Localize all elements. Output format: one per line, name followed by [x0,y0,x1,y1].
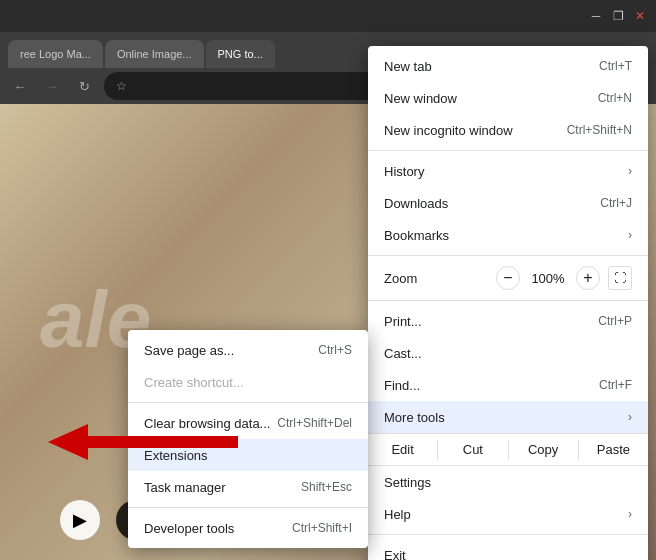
menu-new-tab[interactable]: New tab Ctrl+T [368,50,648,82]
tab-label-0: ree Logo Ma... [20,48,91,60]
menu-new-incognito-label: New incognito window [384,123,513,138]
menu-print-shortcut: Ctrl+P [598,314,632,328]
submenu-dev-tools-shortcut: Ctrl+Shift+I [292,521,352,535]
menu-new-window-shortcut: Ctrl+N [598,91,632,105]
copy-button[interactable]: Copy [509,434,578,465]
zoom-fullscreen-button[interactable]: ⛶ [608,266,632,290]
menu-cast-label: Cast... [384,346,422,361]
zoom-row: Zoom − 100% + ⛶ [368,260,648,296]
tab-0[interactable]: ree Logo Ma... [8,40,103,68]
submenu-save-page[interactable]: Save page as... Ctrl+S [128,334,368,366]
tab-2[interactable]: PNG to... [206,40,275,68]
submenu-create-shortcut-label: Create shortcut... [144,375,244,390]
menu-print[interactable]: Print... Ctrl+P [368,305,648,337]
menu-new-tab-label: New tab [384,59,432,74]
menu-print-label: Print... [384,314,422,329]
menu-bookmarks-label: Bookmarks [384,228,449,243]
menu-bookmarks-arrow: › [628,228,632,242]
address-bar[interactable]: ☆ [104,72,398,100]
tab-label-2: PNG to... [218,48,263,60]
menu-cast[interactable]: Cast... [368,337,648,369]
menu-new-incognito-shortcut: Ctrl+Shift+N [567,123,632,137]
menu-find-label: Find... [384,378,420,393]
menu-help-arrow: › [628,507,632,521]
menu-more-tools[interactable]: More tools › [368,401,648,433]
submenu-task-manager-shortcut: Shift+Esc [301,480,352,494]
zoom-minus-button[interactable]: − [496,266,520,290]
svg-marker-0 [48,424,238,460]
red-arrow [48,424,238,460]
star-icon: ☆ [116,79,127,93]
submenu-separator-2 [128,507,368,508]
maximize-button[interactable]: ❐ [610,8,626,24]
close-button[interactable]: ✕ [632,8,648,24]
menu-history-arrow: › [628,164,632,178]
menu-exit-label: Exit [384,548,406,561]
menu-separator-zoom [368,300,648,301]
menu-new-tab-shortcut: Ctrl+T [599,59,632,73]
submenu-separator-1 [128,402,368,403]
menu-bookmarks[interactable]: Bookmarks › [368,219,648,251]
submenu-save-page-label: Save page as... [144,343,234,358]
submenu-task-manager-label: Task manager [144,480,226,495]
title-bar: ─ ❐ ✕ [0,0,656,32]
zoom-controls: − 100% + ⛶ [496,266,632,290]
menu-more-tools-arrow: › [628,410,632,424]
menu-new-window-label: New window [384,91,457,106]
reload-button[interactable]: ↻ [72,74,96,98]
menu-separator-3 [368,534,648,535]
submenu-create-shortcut[interactable]: Create shortcut... [128,366,368,398]
menu-help-label: Help [384,507,411,522]
submenu-dev-tools-label: Developer tools [144,521,234,536]
cut-button[interactable]: Cut [438,434,507,465]
menu-settings[interactable]: Settings [368,466,648,498]
arrow-svg [48,424,238,460]
edit-row: Edit Cut Copy Paste [368,433,648,466]
submenu-save-page-shortcut: Ctrl+S [318,343,352,357]
zoom-label: Zoom [384,271,417,286]
menu-new-window[interactable]: New window Ctrl+N [368,82,648,114]
paste-button[interactable]: Paste [579,434,648,465]
menu-downloads-shortcut: Ctrl+J [600,196,632,210]
chrome-menu: New tab Ctrl+T New window Ctrl+N New inc… [368,46,648,560]
menu-exit[interactable]: Exit [368,539,648,560]
menu-settings-label: Settings [384,475,431,490]
forward-button[interactable]: → [40,74,64,98]
menu-separator-1 [368,150,648,151]
play-icon[interactable]: ▶ [60,500,100,540]
submenu-clear-shortcut: Ctrl+Shift+Del [277,416,352,430]
back-button[interactable]: ← [8,74,32,98]
edit-label: Edit [368,434,437,465]
tab-label-1: Online Image... [117,48,192,60]
minimize-button[interactable]: ─ [588,8,604,24]
submenu-task-manager[interactable]: Task manager Shift+Esc [128,471,368,503]
menu-find-shortcut: Ctrl+F [599,378,632,392]
menu-separator-2 [368,255,648,256]
menu-history-label: History [384,164,424,179]
menu-history[interactable]: History › [368,155,648,187]
menu-new-incognito[interactable]: New incognito window Ctrl+Shift+N [368,114,648,146]
menu-help[interactable]: Help › [368,498,648,530]
zoom-plus-button[interactable]: + [576,266,600,290]
menu-more-tools-label: More tools [384,410,445,425]
zoom-value: 100% [528,271,568,286]
menu-downloads-label: Downloads [384,196,448,211]
tab-1[interactable]: Online Image... [105,40,204,68]
menu-downloads[interactable]: Downloads Ctrl+J [368,187,648,219]
submenu-dev-tools[interactable]: Developer tools Ctrl+Shift+I [128,512,368,544]
menu-find[interactable]: Find... Ctrl+F [368,369,648,401]
